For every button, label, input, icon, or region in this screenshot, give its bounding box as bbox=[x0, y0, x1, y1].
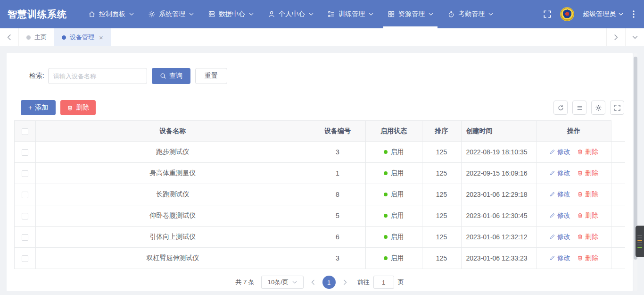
edit-link[interactable]: 修改 bbox=[549, 233, 570, 241]
edit-link[interactable]: 修改 bbox=[549, 211, 570, 220]
tab-device-mgmt[interactable]: 设备管理 × bbox=[54, 28, 111, 46]
tabs-scroll-right-icon[interactable] bbox=[606, 28, 625, 46]
device-created: 2023-01-06 12:30:45 bbox=[461, 205, 537, 227]
trash-icon bbox=[577, 170, 583, 176]
header-sort: 排序 bbox=[422, 121, 461, 142]
edit-link[interactable]: 修改 bbox=[549, 254, 570, 262]
content-card: 检索: 查询 重置 + 添加 删除 bbox=[7, 53, 633, 291]
database-icon bbox=[208, 10, 215, 18]
table-fullscreen-icon[interactable] bbox=[610, 101, 624, 115]
density-menu-icon[interactable] bbox=[572, 101, 586, 115]
column-settings-icon[interactable] bbox=[591, 101, 605, 115]
nav-item-system-mgmt[interactable]: 系统管理 bbox=[141, 0, 201, 28]
nav-item-attendance-mgmt[interactable]: 考勤管理 bbox=[440, 0, 500, 28]
device-sort: 125 bbox=[422, 227, 461, 248]
search-input[interactable] bbox=[48, 68, 147, 84]
chevron-down-icon bbox=[429, 13, 433, 16]
avatar[interactable] bbox=[560, 7, 574, 21]
table-toolbar: + 添加 删除 bbox=[21, 100, 625, 115]
row-checkbox[interactable] bbox=[22, 192, 28, 198]
header-device-code: 设备编号 bbox=[310, 121, 365, 142]
chevron-down-icon bbox=[369, 13, 373, 16]
device-code: 5 bbox=[310, 205, 365, 227]
device-name: 跑步测试仪 bbox=[36, 142, 310, 163]
status-label: 启用 bbox=[391, 233, 404, 241]
device-code: 3 bbox=[310, 142, 365, 163]
delete-link[interactable]: 删除 bbox=[577, 148, 598, 156]
nav-label: 系统管理 bbox=[159, 10, 185, 18]
device-table: 设备名称 设备编号 启用状态 排序 创建时间 操作 跑步测试仪 3 启用 125… bbox=[14, 120, 625, 269]
nav-item-data-center[interactable]: 数据中心 bbox=[201, 0, 261, 28]
tab-dot bbox=[62, 35, 66, 40]
chevron-down-icon bbox=[292, 281, 297, 284]
trash-icon bbox=[67, 105, 73, 111]
fullscreen-icon[interactable] bbox=[543, 10, 552, 18]
delete-link[interactable]: 删除 bbox=[577, 169, 598, 177]
list-tree-icon bbox=[328, 10, 335, 18]
chevron-down-icon bbox=[619, 13, 623, 16]
select-all-checkbox[interactable] bbox=[22, 128, 28, 135]
app-logo: 智慧训练系统 bbox=[0, 8, 75, 21]
search-label: 检索: bbox=[29, 72, 44, 80]
nav-item-training-mgmt[interactable]: 训练管理 bbox=[321, 0, 380, 28]
header-device-name: 设备名称 bbox=[36, 121, 310, 142]
table-row: 长跑测试仪 8 启用 125 2023-01-06 12:29:18 修改删除 bbox=[15, 184, 626, 205]
header-gutter bbox=[611, 121, 625, 142]
delete-link[interactable]: 删除 bbox=[577, 211, 598, 220]
side-widget[interactable] bbox=[636, 226, 644, 257]
user-menu[interactable]: 超级管理员 bbox=[583, 10, 623, 18]
delete-link[interactable]: 删除 bbox=[577, 254, 598, 262]
nav-item-control-panel[interactable]: 控制面板 bbox=[81, 0, 141, 28]
row-checkbox[interactable] bbox=[22, 255, 28, 262]
tabs-scroll-left-icon[interactable] bbox=[0, 28, 19, 46]
row-checkbox[interactable] bbox=[22, 170, 28, 177]
delete-button[interactable]: 删除 bbox=[60, 100, 96, 115]
nav-item-personal-center[interactable]: 个人中心 bbox=[261, 0, 321, 28]
current-page[interactable]: 1 bbox=[322, 276, 336, 289]
goto-page-input[interactable] bbox=[373, 276, 394, 289]
prev-page-icon[interactable] bbox=[310, 279, 316, 285]
home-icon bbox=[88, 10, 96, 18]
nav-item-resource-mgmt[interactable]: 资源管理 bbox=[380, 0, 440, 28]
toolbar-right-icons bbox=[553, 101, 624, 115]
tab-label: 主页 bbox=[34, 33, 47, 42]
search-icon bbox=[160, 73, 166, 79]
chevron-down-icon bbox=[309, 13, 314, 16]
delete-link[interactable]: 删除 bbox=[577, 190, 598, 199]
goto-label: 前往 bbox=[357, 278, 370, 287]
pencil-icon bbox=[549, 255, 555, 261]
reset-button[interactable]: 重置 bbox=[195, 68, 227, 84]
pencil-icon bbox=[549, 234, 555, 240]
status-dot bbox=[384, 235, 388, 239]
table-row: 跑步测试仪 3 启用 125 2022-08-19 18:10:35 修改删除 bbox=[15, 142, 626, 163]
nav-label: 训练管理 bbox=[339, 10, 365, 18]
pencil-icon bbox=[549, 191, 555, 197]
search-row: 检索: 查询 重置 bbox=[29, 68, 625, 84]
tabs-menu-icon[interactable] bbox=[625, 28, 644, 46]
edit-link[interactable]: 修改 bbox=[549, 190, 570, 199]
table-row: 引体向上测试仪 6 启用 125 2023-01-06 12:32:12 修改删… bbox=[15, 227, 626, 248]
status-dot bbox=[384, 193, 388, 196]
goto-group: 前往 页 bbox=[357, 276, 404, 289]
next-page-icon[interactable] bbox=[342, 279, 348, 285]
plus-icon: + bbox=[28, 104, 32, 111]
add-button[interactable]: + 添加 bbox=[21, 100, 56, 115]
row-checkbox[interactable] bbox=[22, 234, 28, 241]
pagination: 共 7 条 10条/页 1 前往 页 bbox=[14, 276, 625, 289]
header-right: 超级管理员 bbox=[543, 7, 644, 21]
row-checkbox[interactable] bbox=[22, 149, 28, 156]
header-created: 创建时间 bbox=[461, 121, 537, 142]
more-menu-icon[interactable] bbox=[632, 10, 636, 18]
refresh-icon[interactable] bbox=[553, 101, 568, 115]
page-size-select[interactable]: 10条/页 bbox=[261, 276, 304, 289]
row-checkbox[interactable] bbox=[22, 213, 28, 219]
delete-link[interactable]: 删除 bbox=[577, 233, 598, 241]
nav-label: 控制面板 bbox=[99, 10, 125, 18]
edit-link[interactable]: 修改 bbox=[549, 148, 570, 156]
edit-link[interactable]: 修改 bbox=[549, 169, 570, 177]
query-button[interactable]: 查询 bbox=[152, 68, 190, 84]
tab-close-icon[interactable]: × bbox=[99, 34, 103, 41]
tab-home[interactable]: 主页 bbox=[19, 28, 54, 46]
nav-label: 个人中心 bbox=[279, 10, 305, 18]
device-name: 双杠臂屈伸测试仪 bbox=[36, 248, 310, 269]
